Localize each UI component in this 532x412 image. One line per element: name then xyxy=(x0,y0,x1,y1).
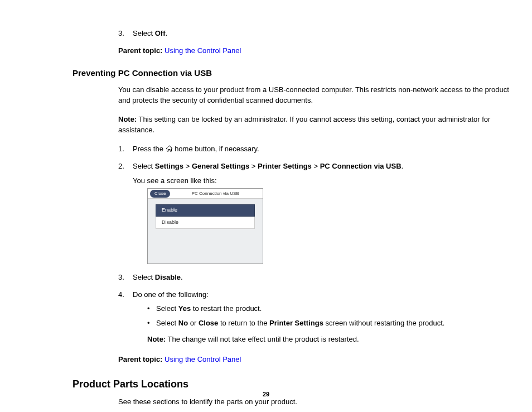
s2-gt1: > xyxy=(183,162,192,170)
s3-bold: Disable xyxy=(155,273,181,281)
note-label: Note: xyxy=(118,115,137,123)
home-icon xyxy=(166,144,173,155)
top-steps: 3. Select Off. Parent topic: Using the C… xyxy=(118,28,515,56)
s2-b1: Settings xyxy=(155,162,183,170)
screenshot-header: Close PC Connection via USB xyxy=(148,189,263,199)
step-4-bullets: Select Yes to restart the product. Selec… xyxy=(147,303,515,328)
screenshot-options: Enable Disable xyxy=(148,199,263,229)
b2-post: screen without restarting the product. xyxy=(323,319,445,327)
screenshot-option-disable: Disable xyxy=(156,217,255,229)
step-text-post: . xyxy=(166,29,168,37)
b1-bold: Yes xyxy=(178,304,191,313)
section1-intro: You can disable access to your product f… xyxy=(118,84,515,106)
step-number: 3. xyxy=(118,28,124,39)
section1-steps: 1. Press the home button, if necessary. … xyxy=(118,143,515,345)
b2-pre: Select xyxy=(156,319,178,327)
s3-pre: Select xyxy=(133,273,155,281)
bullet-no-close: Select No or Close to return to the Prin… xyxy=(147,318,515,329)
step-number: 2. xyxy=(118,161,124,172)
screenshot-option-enable: Enable xyxy=(156,204,255,217)
step-number: 3. xyxy=(118,272,124,283)
step-number: 1. xyxy=(118,143,124,155)
s2-b4: PC Connection via USB xyxy=(320,162,402,170)
s2-b3: Printer Settings xyxy=(258,162,312,170)
s2-line2: You see a screen like this: xyxy=(133,175,515,186)
parent-topic-row-2: Parent topic: Using the Control Panel xyxy=(118,354,515,365)
b2-bold2: Close xyxy=(199,319,218,327)
step-4: 4. Do one of the following: Select Yes t… xyxy=(118,289,515,345)
s2-b2: General Settings xyxy=(192,162,249,170)
s4-text: Do one of the following: xyxy=(133,290,209,299)
screenshot-title: PC Connection via USB xyxy=(170,190,260,197)
step-3-off: 3. Select Off. xyxy=(118,28,515,39)
step-text-pre: Press the xyxy=(133,145,166,153)
screenshot-close-button: Close xyxy=(150,190,170,198)
step-1: 1. Press the home button, if necessary. xyxy=(118,143,515,155)
s2-gt3: > xyxy=(312,162,320,170)
s2-pre: Select xyxy=(133,162,155,170)
bullet-yes: Select Yes to restart the product. xyxy=(147,303,515,314)
parent-topic-row: Parent topic: Using the Control Panel xyxy=(118,45,515,56)
page-number: 29 xyxy=(0,390,532,399)
section1-note: Note: This setting can be locked by an a… xyxy=(118,114,515,136)
embedded-screenshot: Close PC Connection via USB Enable Disab… xyxy=(147,188,263,264)
b1-post: to restart the product. xyxy=(191,304,262,313)
s4-note-text: The change will not take effect until th… xyxy=(166,335,359,343)
section1-body: You can disable access to your product f… xyxy=(118,84,515,365)
parent-topic-label: Parent topic: xyxy=(118,46,162,55)
b2-mid2: to return to the xyxy=(218,319,269,327)
step-text-post: home button, if necessary. xyxy=(173,145,259,153)
b2-bold1: No xyxy=(178,319,188,327)
s4-note-label: Note: xyxy=(147,335,166,343)
parent-topic-label: Parent topic: xyxy=(118,355,162,363)
heading-preventing-pc-connection: Preventing PC Connection via USB xyxy=(72,67,515,80)
b2-bold3: Printer Settings xyxy=(269,319,323,327)
note-text: This setting can be locked by an adminis… xyxy=(118,115,490,135)
b2-mid1: or xyxy=(188,319,199,327)
step-number: 4. xyxy=(118,289,124,300)
step-2: 2. Select Settings > General Settings > … xyxy=(118,161,515,264)
b1-pre: Select xyxy=(156,304,178,313)
s3-post: . xyxy=(181,273,183,281)
step-text-bold: Off xyxy=(155,29,166,37)
parent-topic-link[interactable]: Using the Control Panel xyxy=(165,355,241,363)
step-4-note: Note: The change will not take effect un… xyxy=(147,334,515,345)
parent-topic-link[interactable]: Using the Control Panel xyxy=(165,46,241,55)
s2-gt2: > xyxy=(249,162,258,170)
step-text-pre: Select xyxy=(133,29,155,37)
step-3: 3. Select Disable. xyxy=(118,272,515,283)
s2-end: . xyxy=(402,162,404,170)
